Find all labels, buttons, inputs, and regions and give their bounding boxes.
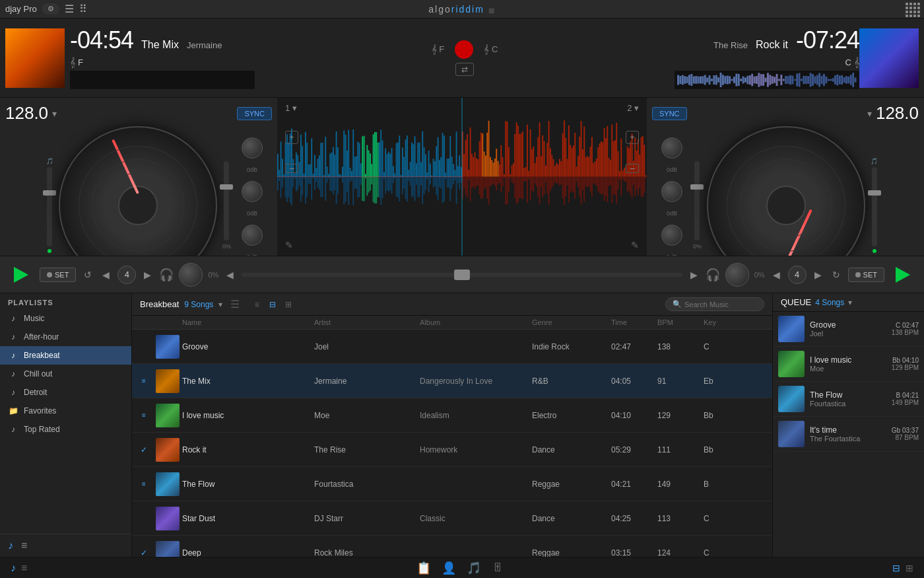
sidebar-item-detroit[interactable]: ♪ Detroit [0,383,131,402]
profile-icon[interactable]: 👤 [442,561,456,575]
track-row[interactable]: ✓ Rock it The Rise Homework Dance 05:29 … [132,433,772,467]
list-view-btn[interactable]: ≡ [250,298,263,311]
crossfader-track[interactable] [242,273,682,277]
right-vol-fader-track[interactable] [872,167,877,246]
left-headphone-icon[interactable]: 🎧 [159,268,174,282]
col-time[interactable]: Time [609,318,655,326]
queue-item[interactable]: I love music Moe Bb 04:10 129 BPM [773,347,924,382]
svg-rect-297 [444,177,445,201]
right-knob-2[interactable] [661,181,682,202]
left-loop-num[interactable]: 4 [117,266,136,284]
left-undo-button[interactable]: ↺ [81,267,94,283]
svg-rect-505 [604,177,605,201]
svg-rect-420 [539,122,541,176]
sidebar-item-breakbeat[interactable]: ♪ Breakbeat [0,346,131,365]
add-cue-right[interactable]: + [626,131,639,144]
svg-rect-377 [505,177,506,205]
left-sync-button[interactable]: SYNC [237,107,272,120]
col-artist[interactable]: Artist [312,318,417,326]
left-knob-3[interactable] [242,225,263,246]
left-turntable[interactable] [59,126,217,256]
svg-rect-294 [442,133,444,176]
detail-view-btn[interactable]: ⊟ [266,298,279,311]
minus-right[interactable]: − [626,164,639,173]
left-vol-fader-track[interactable] [47,167,52,246]
right-pitch-fader-track[interactable] [694,161,700,240]
col-bpm[interactable]: BPM [655,318,701,326]
svg-rect-344 [480,133,482,177]
crossfader-right-arrow[interactable]: ▶ [688,267,700,283]
left-forward-button[interactable]: ▶ [141,267,154,283]
grid-view-btn[interactable]: ⊞ [282,298,295,311]
track-row[interactable]: ≡ The Flow Fourtastica Reggae 04:21 149 … [132,467,772,501]
edit-right-icon[interactable]: ✎ [631,240,639,250]
col-album[interactable]: Album [417,318,529,326]
status-list-view[interactable]: ⊟ [892,563,900,573]
col-genre[interactable]: Genre [529,318,609,326]
swap-button[interactable]: ⇄ [455,63,474,76]
right-cue-volume[interactable] [725,263,749,287]
queue-dropdown[interactable]: ▾ [848,298,852,307]
playlist-dropdown[interactable]: ▾ [218,300,222,309]
minus-left[interactable]: − [285,164,298,173]
right-set-button[interactable]: SET [848,268,884,282]
hamburger-icon[interactable]: ☰ [65,3,74,15]
left-knob-1[interactable] [242,137,263,159]
queue-item[interactable]: Groove Joel C 02:47 138 BPM [773,312,924,347]
edit-left-icon[interactable]: ✎ [285,240,293,250]
list-footer-icon[interactable]: ≡ [21,540,27,552]
col-name[interactable]: Name [180,318,312,326]
right-forward-button[interactable]: ▶ [812,267,824,283]
right-play-button[interactable] [890,262,916,288]
left-back-button[interactable]: ◀ [100,267,112,283]
media-icon[interactable]: 🎵 [467,561,481,575]
queue-status-icon[interactable]: ≡ [21,562,27,574]
svg-rect-50 [789,75,791,85]
track-row[interactable]: Star Dust DJ Starr Classic Dance 04:25 1… [132,501,772,536]
queue-item[interactable]: It's time The Fourtastica Gb 03:37 87 BP… [773,417,924,452]
note-status-icon[interactable]: ♪ [11,562,16,574]
track-row[interactable]: ≡ I love music Moe Idealism Electro 04:1… [132,398,772,433]
apps-grid-icon[interactable] [906,3,919,16]
playlist-count[interactable]: 9 Songs [184,300,213,309]
track-row[interactable]: ✓ Deep Rock Miles Reggae 03:15 124 C [132,536,772,557]
library-icon[interactable]: 📋 [416,561,431,575]
left-set-button[interactable]: SET [40,268,76,282]
mixer-status-icon[interactable]: 🎚 [492,561,504,575]
right-turntable[interactable] [707,126,865,256]
status-grid-view[interactable]: ⊞ [906,563,913,573]
svg-rect-58 [807,76,809,83]
queue-count[interactable]: 4 Songs [815,298,844,307]
left-cue-volume[interactable] [179,263,203,287]
right-redo-button[interactable]: ↻ [830,267,843,283]
sidebar-item-music[interactable]: ♪ Music [0,309,131,328]
right-headphone-icon[interactable]: 🎧 [706,268,720,282]
deck-selector[interactable]: ⚙ [42,3,59,15]
right-back-button[interactable]: ◀ [770,267,783,283]
svg-rect-256 [412,144,414,176]
sidebar-item-favorites[interactable]: 📁 Favorites [0,402,131,420]
left-knob-2[interactable] [242,181,263,202]
right-knob-3[interactable] [661,225,682,246]
col-key[interactable]: Key [701,318,741,326]
playlist-menu-icon[interactable]: ☰ [230,298,240,310]
record-button[interactable] [455,40,473,59]
left-pitch-fader-track[interactable] [224,161,229,240]
right-sync-button[interactable]: SYNC [652,107,687,120]
search-input[interactable] [684,301,757,308]
svg-rect-9 [698,77,700,84]
right-knob-1[interactable] [661,137,682,159]
note-footer-icon[interactable]: ♪ [8,540,13,552]
queue-item[interactable]: The Flow Fourtastica B 04:21 149 BPM [773,382,924,417]
sidebar-item-top-rated[interactable]: ♪ Top Rated [0,420,131,439]
left-play-button[interactable] [8,262,34,288]
grid-layout-icon[interactable]: ⠿ [79,3,87,15]
track-row[interactable]: Groove Joel Indie Rock 02:47 138 C [132,330,772,364]
sidebar-item-after-hour[interactable]: ♪ After-hour [0,328,131,346]
sidebar-item-chill-out[interactable]: ♪ Chill out [0,365,131,383]
crossfader-left-arrow[interactable]: ◀ [224,267,236,283]
track-row[interactable]: ≡ The Mix Jermaine Dangerously In Love R… [132,364,772,398]
add-cue-left[interactable]: + [285,131,298,144]
right-loop-num[interactable]: 4 [788,266,807,284]
svg-rect-235 [396,177,397,198]
